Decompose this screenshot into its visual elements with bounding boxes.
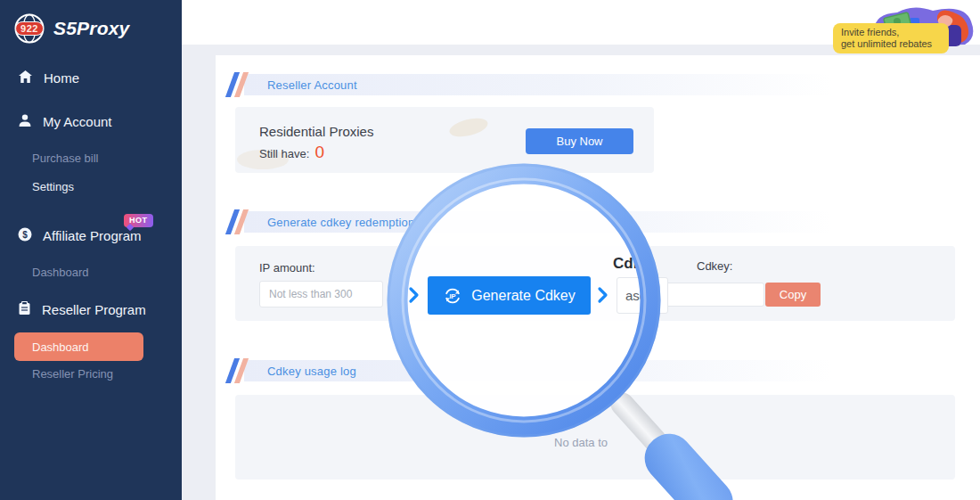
sidebar-item-affiliate-program[interactable]: $ Affiliate Program [18, 227, 142, 244]
sidebar-item-label: Reseller Program [42, 302, 146, 317]
home-icon [18, 70, 33, 86]
brand-number: 922 [15, 21, 44, 36]
slash-decoration-icon [230, 358, 244, 383]
svg-text:$: $ [22, 230, 28, 240]
sidebar: 922 S5Proxy Home My Account Purchase bil… [0, 0, 182, 500]
sidebar-item-label: My Account [43, 114, 112, 129]
magnifier-ring [377, 153, 671, 447]
sidebar-item-purchase-bill[interactable]: Purchase bill [32, 152, 98, 165]
globe-922-icon: 922 [12, 12, 46, 45]
slash-decoration-icon [230, 72, 244, 97]
still-have-row: Still have: 0 [259, 146, 324, 160]
ip-amount-input[interactable] [259, 281, 383, 307]
dollar-icon: $ [18, 227, 32, 244]
cdkey-label: Cdkey: [697, 259, 732, 273]
invite-promo[interactable]: Invite friends, get unlimited rebates [833, 2, 978, 55]
user-icon [18, 113, 32, 130]
cdkey-result-input[interactable] [660, 283, 764, 307]
slash-decoration-icon [230, 209, 244, 234]
section-title: Cdkey usage log [267, 365, 356, 378]
sidebar-item-label: Home [44, 70, 79, 86]
clipboard-icon [18, 301, 31, 318]
product-name: Residential Proxies [259, 124, 373, 139]
sidebar-item-settings[interactable]: Settings [32, 180, 74, 193]
decorative-blob [447, 115, 489, 140]
invite-text-line2: get unlimited rebates [841, 38, 949, 50]
sidebar-item-my-account[interactable]: My Account [18, 113, 112, 130]
sidebar-item-reseller-pricing[interactable]: Reseller Pricing [32, 367, 113, 381]
app-window: 922 S5Proxy Home My Account Purchase bil… [0, 0, 980, 500]
ip-amount-label: IP amount: [259, 261, 315, 275]
still-have-label: Still have: [259, 147, 309, 160]
sidebar-item-reseller-program[interactable]: Reseller Program [18, 301, 146, 318]
section-header-reseller-account: Reseller Account [230, 74, 836, 95]
sidebar-item-affiliate-dashboard[interactable]: Dashboard [32, 266, 89, 279]
brand-name: S5Proxy [53, 18, 129, 39]
sidebar-item-home[interactable]: Home [18, 70, 79, 86]
invite-text-line1: Invite friends, [841, 27, 949, 38]
hot-badge: HOT [124, 214, 153, 227]
buy-now-button[interactable]: Buy Now [526, 128, 633, 154]
section-title: Reseller Account [267, 78, 357, 92]
invite-bubble: Invite friends, get unlimited rebates [833, 23, 949, 53]
sidebar-item-label: Affiliate Program [43, 228, 142, 243]
still-have-value: 0 [314, 146, 324, 159]
sidebar-item-reseller-dashboard-active[interactable]: Dashboard [14, 332, 143, 361]
brand-logo: 922 S5Proxy [12, 12, 129, 45]
copy-button[interactable]: Copy [765, 283, 821, 307]
